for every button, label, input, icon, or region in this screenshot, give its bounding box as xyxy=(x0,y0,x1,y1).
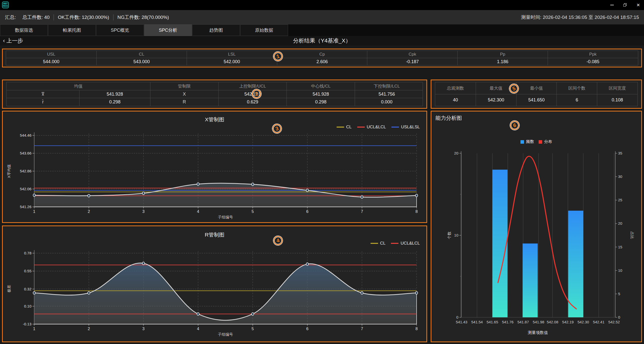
value-usl: 544.000 xyxy=(6,58,96,65)
svg-text:5: 5 xyxy=(618,292,620,296)
value-max-value: 542.300 xyxy=(476,94,516,106)
svg-text:1: 1 xyxy=(33,327,35,331)
value-bin-count: 6 xyxy=(556,94,597,106)
header-lcl: 下控制限/LCL xyxy=(355,82,418,90)
svg-text:541.26: 541.26 xyxy=(20,205,31,209)
svg-text:8: 8 xyxy=(416,209,418,214)
header-cp: Cp xyxy=(277,51,367,58)
header-usl: USL xyxy=(6,51,96,58)
svg-text:541.54: 541.54 xyxy=(471,320,483,324)
xbar-chart-svg: 541.26542.06542.86543.66544.4612345678子组… xyxy=(3,111,426,222)
svg-text:6: 6 xyxy=(306,327,308,331)
close-button[interactable]: ✕ xyxy=(632,0,644,10)
svg-text:6: 6 xyxy=(306,209,308,214)
svg-text:542.52: 542.52 xyxy=(608,320,620,324)
svg-text:0: 0 xyxy=(618,315,620,319)
range-ucl: 0.629 xyxy=(218,98,287,106)
table-row: 40 542.300 541.650 6 0.108 xyxy=(435,94,637,106)
window-titlebar: MET RICS ✕ xyxy=(0,0,644,10)
tab-spc-analysis[interactable]: SPC分析 xyxy=(144,24,192,36)
svg-text:35: 35 xyxy=(618,151,622,155)
xbar-lcl: 541.756 xyxy=(355,90,418,98)
xbar-mean: 541.928 xyxy=(79,90,150,98)
svg-text:541.76: 541.76 xyxy=(502,320,514,324)
svg-text:0.78: 0.78 xyxy=(24,251,31,255)
maximize-restore-button[interactable] xyxy=(619,0,631,10)
capability-chart-svg: 0102005101520253035541.43541.54541.65541… xyxy=(431,111,641,341)
value-cpk: -0.187 xyxy=(367,58,457,65)
svg-text:7: 7 xyxy=(361,209,363,214)
histogram-stats-panel: 总观测数 最大值 最小值 区间个数 区间宽度 40 542.300 541.65… xyxy=(431,80,642,109)
tab-trend-chart[interactable]: 趋势图 xyxy=(192,24,240,36)
svg-text:0: 0 xyxy=(456,315,458,319)
svg-text:542.06: 542.06 xyxy=(20,187,31,191)
xbar-limits-row: x̿ 541.928 X 542.101 541.928 541.756 xyxy=(7,90,423,98)
app-logo-icon: MET RICS xyxy=(2,2,9,8)
page-title: 分析结果（Y4基准_X） xyxy=(0,36,644,46)
svg-text:4: 4 xyxy=(197,209,199,214)
header-total-observations: 总观测数 xyxy=(435,82,476,94)
value-pp: 1.186 xyxy=(457,58,548,65)
restore-icon xyxy=(623,3,627,7)
svg-text:0.10: 0.10 xyxy=(24,304,31,308)
value-total-observations: 40 xyxy=(435,94,476,106)
header-cl: CL xyxy=(96,51,187,58)
svg-text:10: 10 xyxy=(454,233,458,237)
svg-text:541.87: 541.87 xyxy=(517,320,529,324)
header-bin-width: 区间宽度 xyxy=(597,82,637,94)
svg-text:测量项数值: 测量项数值 xyxy=(528,330,548,335)
xbar-symbol: x̿ xyxy=(7,90,79,98)
svg-text:10: 10 xyxy=(618,268,622,273)
xbar-axis: X xyxy=(150,90,218,98)
svg-text:20: 20 xyxy=(454,151,458,155)
svg-text:8: 8 xyxy=(416,327,418,331)
xbar-control-chart-panel: X管制图 CL UCL&LCL USL&LSL 541.26542.06542.… xyxy=(2,111,427,223)
svg-text:0.55: 0.55 xyxy=(24,269,31,273)
svg-text:3: 3 xyxy=(142,209,145,214)
divider xyxy=(54,14,54,20)
svg-text:542.86: 542.86 xyxy=(20,169,31,173)
tab-spc-overview[interactable]: SPC概览 xyxy=(96,24,144,36)
svg-text:544.46: 544.46 xyxy=(20,133,31,137)
header-centerline: 中心线/CL xyxy=(287,82,355,90)
svg-text:-0.13: -0.13 xyxy=(23,322,31,326)
svg-text:541.65: 541.65 xyxy=(487,320,498,324)
header-mean: 均值 xyxy=(7,82,150,90)
tab-bar: 数据筛选 帕累托图 SPC概览 SPC分析 趋势图 原始数据 xyxy=(0,24,644,36)
svg-text:30: 30 xyxy=(618,174,622,179)
range-axis: R xyxy=(150,98,218,106)
svg-text:3: 3 xyxy=(142,327,145,331)
svg-text:0.32: 0.32 xyxy=(24,287,31,291)
range-symbol: r̄ xyxy=(7,98,79,106)
svg-text:子组编号: 子组编号 xyxy=(218,215,233,219)
measurement-time-range: 测量时间: 2026-02-04 15:36:05 至 2026-02-04 1… xyxy=(521,14,639,21)
range-mean: 0.298 xyxy=(79,98,150,106)
value-ppk: -0.085 xyxy=(548,58,638,65)
svg-text:542.30: 542.30 xyxy=(578,320,589,324)
header-ppk: Ppk xyxy=(548,51,638,58)
tab-pareto-chart[interactable]: 帕累托图 xyxy=(48,24,96,36)
tab-raw-data[interactable]: 原始数据 xyxy=(240,24,288,36)
range-cl: 0.298 xyxy=(287,98,355,106)
svg-text:2: 2 xyxy=(88,209,90,214)
table-header-row: 均值 管制限 上控制限/UCL 中心线/CL 下控制限/LCL xyxy=(7,82,423,90)
range-limits-row: r̄ 0.298 R 0.629 0.298 0.000 xyxy=(7,98,423,106)
tab-data-filter[interactable]: 数据筛选 xyxy=(0,24,48,36)
minimize-icon xyxy=(610,5,614,5)
histogram-stats-table: 总观测数 最大值 最小值 区间个数 区间宽度 40 542.300 541.65… xyxy=(435,82,638,106)
svg-text:541.98: 541.98 xyxy=(533,320,544,324)
table-row: 544.000 543.000 542.000 2.606 -0.187 1.1… xyxy=(6,58,638,65)
control-limits-panel: 均值 管制限 上控制限/UCL 中心线/CL 下控制限/LCL x̿ 541.9… xyxy=(2,80,427,109)
range-control-chart-panel: R管制图 CL UCL&LCL -0.130.100.320.550.78123… xyxy=(2,225,427,342)
header-pp: Pp xyxy=(457,51,548,58)
page-header: ‹ 上一步 分析结果（Y4基准_X） xyxy=(0,36,644,46)
xbar-cl: 541.928 xyxy=(287,90,355,98)
svg-text:1: 1 xyxy=(33,209,35,214)
app-logo-text: MET RICS xyxy=(3,3,8,7)
header-control-limit: 管制限 xyxy=(150,82,218,90)
spec-summary-panel: USL CL LSL Cp Cpk Pp Ppk 544.000 543.000… xyxy=(2,49,642,67)
value-lsl: 542.000 xyxy=(187,58,277,65)
svg-text:极差: 极差 xyxy=(7,285,11,293)
svg-text:541.43: 541.43 xyxy=(456,320,467,324)
minimize-button[interactable] xyxy=(606,0,618,10)
